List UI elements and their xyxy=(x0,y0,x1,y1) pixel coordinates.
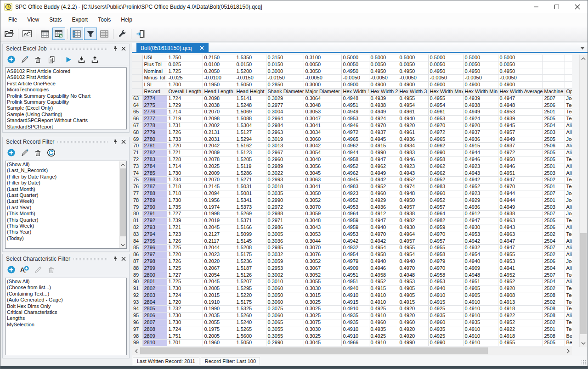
value-cell[interactable]: 0.3045 xyxy=(304,340,341,347)
record-cell[interactable]: 2802 xyxy=(142,285,167,292)
spec-value-cell[interactable] xyxy=(543,68,565,75)
value-cell[interactable]: 0.3070 xyxy=(304,245,341,252)
record-cell[interactable]: 2788 xyxy=(142,190,167,197)
document-tab[interactable]: Bolt(051618150).qcq xyxy=(136,43,209,53)
row-number-cell[interactable]: 89 xyxy=(132,272,142,279)
tab-close-icon[interactable] xyxy=(199,45,204,51)
value-cell[interactable]: 0.2067 xyxy=(203,265,235,272)
value-cell[interactable]: 0.4910 xyxy=(369,299,398,306)
value-cell[interactable]: 0.2023 xyxy=(203,252,235,258)
spec-value-cell[interactable]: 0.2850 xyxy=(266,82,304,89)
value-cell[interactable]: 1.718 xyxy=(167,184,203,190)
value-cell[interactable]: 0.4964 xyxy=(428,211,463,218)
value-cell[interactable]: 0.4990 xyxy=(369,150,398,157)
row-number-cell[interactable] xyxy=(132,75,142,82)
value-cell[interactable]: 0.3056 xyxy=(304,163,341,170)
column-select-grid-icon[interactable] xyxy=(70,28,83,40)
value-cell[interactable]: 0.3055 xyxy=(304,279,341,285)
machine-cell[interactable]: 2501 xyxy=(543,326,565,333)
value-cell[interactable]: 0.2986 xyxy=(266,224,304,231)
column-header-cell[interactable]: Head Length xyxy=(203,88,235,95)
value-cell[interactable]: 0.4952 xyxy=(369,184,398,190)
value-cell[interactable]: 0.3032 xyxy=(266,252,304,258)
value-cell[interactable]: 0.2972 xyxy=(266,204,304,211)
value-cell[interactable]: 0.4944 xyxy=(498,190,543,197)
row-number-cell[interactable]: 70 xyxy=(132,143,142,150)
spec-value-cell[interactable]: 0.0100 xyxy=(203,61,235,68)
machine-cell[interactable]: 2502 xyxy=(543,319,565,326)
value-cell[interactable]: 0.4952 xyxy=(498,272,543,279)
value-cell[interactable]: 0.2031 xyxy=(203,136,235,143)
edit-icon[interactable] xyxy=(19,54,30,65)
value-cell[interactable]: 0.4910 xyxy=(341,333,369,340)
value-cell[interactable]: 0.4910 xyxy=(463,306,498,313)
row-number-cell[interactable] xyxy=(132,61,142,68)
value-cell[interactable]: 0.4983 xyxy=(341,184,369,190)
characteristic-filter-item[interactable]: (Show All) xyxy=(7,279,126,285)
value-cell[interactable]: 0.4915 xyxy=(341,299,369,306)
close-icon[interactable] xyxy=(120,139,127,145)
value-cell[interactable]: 0.4938 xyxy=(398,211,428,218)
value-cell[interactable]: 0.4953 xyxy=(463,231,498,238)
scroll-down-icon[interactable] xyxy=(580,339,587,347)
value-cell[interactable]: 0.4948 xyxy=(463,272,498,279)
value-cell[interactable]: 0.4935 xyxy=(341,319,369,326)
value-cell[interactable]: 0.3054 xyxy=(304,150,341,157)
value-cell[interactable]: 0.2964 xyxy=(266,116,304,123)
value-cell[interactable]: 0.4910 xyxy=(463,299,498,306)
value-cell[interactable]: 1.5286 xyxy=(235,170,266,177)
value-cell[interactable]: 0.4905 xyxy=(463,292,498,299)
value-cell[interactable]: 1.724 xyxy=(167,326,203,333)
operator-cell[interactable]: Ted xyxy=(565,177,572,184)
machine-cell[interactable]: 2505 xyxy=(543,156,565,163)
value-cell[interactable]: 0.4942 xyxy=(369,177,398,184)
spec-value-cell[interactable]: 1.750 xyxy=(167,55,203,61)
value-cell[interactable]: 0.1910 xyxy=(203,299,235,306)
record-cell[interactable]: 2801 xyxy=(142,279,167,285)
machine-cell[interactable]: 2502 xyxy=(543,231,565,238)
open-file-icon[interactable] xyxy=(3,28,16,40)
wrench-icon[interactable] xyxy=(116,28,129,40)
row-number-cell[interactable]: 85 xyxy=(132,245,142,252)
minimize-button[interactable] xyxy=(526,0,546,13)
value-cell[interactable]: 0.2019 xyxy=(203,218,235,224)
value-cell[interactable]: 0.4990 xyxy=(398,340,428,347)
column-header-cell[interactable]: Hex Width Max xyxy=(428,88,463,95)
value-cell[interactable]: 0.3052 xyxy=(304,258,341,265)
spec-value-cell[interactable]: 0.5000 xyxy=(369,55,398,61)
spec-value-cell[interactable]: 0.0050 xyxy=(498,61,543,68)
operator-cell[interactable]: Ted xyxy=(565,326,572,333)
value-cell[interactable]: 0.4970 xyxy=(428,265,463,272)
value-cell[interactable]: 0.4935 xyxy=(369,326,398,333)
value-cell[interactable]: 0.4923 xyxy=(341,190,369,197)
spec-value-cell[interactable] xyxy=(543,82,565,89)
value-cell[interactable]: 0.4954 xyxy=(398,252,428,258)
value-cell[interactable]: 0.2035 xyxy=(203,313,235,319)
record-cell[interactable]: 2783 xyxy=(142,156,167,163)
spec-value-cell[interactable]: -0.025 xyxy=(167,75,203,82)
value-cell[interactable]: 1.5205 xyxy=(235,156,266,163)
record-cell[interactable]: 2810 xyxy=(142,340,167,347)
machine-cell[interactable]: 2507 xyxy=(543,190,565,197)
value-cell[interactable]: 1.727 xyxy=(167,272,203,279)
value-cell[interactable]: 0.2953 xyxy=(266,265,304,272)
record-filter-item[interactable]: (Today) xyxy=(7,235,126,241)
operator-cell[interactable]: Alic xyxy=(565,122,572,129)
value-cell[interactable]: 0.2005 xyxy=(203,333,235,340)
record-cell[interactable]: 2803 xyxy=(142,292,167,299)
value-cell[interactable]: 0.4955 xyxy=(498,340,543,347)
value-cell[interactable]: 0.3060 xyxy=(266,299,304,306)
value-cell[interactable]: 0.2145 xyxy=(203,184,235,190)
value-cell[interactable]: 0.4922 xyxy=(498,313,543,319)
close-icon[interactable] xyxy=(120,256,127,263)
value-cell[interactable]: 0.4940 xyxy=(398,258,428,265)
value-cell[interactable]: 0.4943 xyxy=(398,170,428,177)
value-cell[interactable]: 0.4951 xyxy=(498,170,543,177)
value-cell[interactable]: 0.4922 xyxy=(498,326,543,333)
value-cell[interactable]: 0.2131 xyxy=(203,129,235,136)
excel-job-item[interactable]: AS9102 First Article xyxy=(7,74,126,80)
record-filter-item[interactable]: (This Week) xyxy=(7,223,126,229)
value-cell[interactable]: 1.5050 xyxy=(235,340,266,347)
record-cell[interactable]: 2774 xyxy=(142,95,167,102)
spec-value-cell[interactable]: 0.5000 xyxy=(398,55,428,61)
